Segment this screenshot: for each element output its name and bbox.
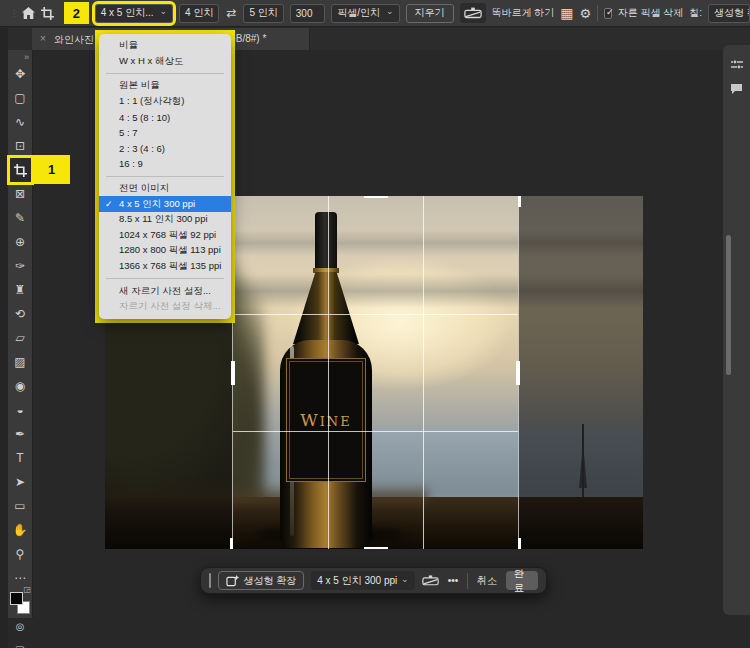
- crop-preset-menu: 비율 W x H x 해상도 원본 비율: [99, 34, 231, 319]
- healing-brush-tool[interactable]: ⊕: [10, 230, 31, 254]
- pen-tool[interactable]: ✒: [10, 422, 31, 446]
- scrollbar-thumb[interactable]: [726, 235, 731, 375]
- taskbar-preset-dropdown[interactable]: 4 x 5 인치 300 ppi⌄: [311, 571, 414, 590]
- home-icon[interactable]: [22, 7, 35, 19]
- hand-tool[interactable]: ✋: [10, 518, 31, 542]
- path-select-tool[interactable]: ➤: [10, 470, 31, 494]
- fill-mode-dropdown[interactable]: 생성형 확장: [708, 4, 750, 23]
- fill-label: 칠:: [689, 6, 702, 20]
- clone-stamp-tool[interactable]: ♜: [10, 278, 31, 302]
- menu-item[interactable]: 8.5 x 11 인치 300 ppi: [99, 212, 231, 228]
- type-tool[interactable]: T: [10, 446, 31, 470]
- marquee-tool[interactable]: ▢: [10, 86, 31, 110]
- menu-item[interactable]: 1 : 1 (정사각형): [99, 94, 231, 110]
- straighten-button[interactable]: [460, 3, 486, 23]
- panel-grip: ⋮⋮: [10, 9, 16, 18]
- chevron-down-icon: ⌄: [380, 6, 394, 16]
- zoom-tool[interactable]: ⚲: [10, 542, 31, 566]
- crop-width-input[interactable]: 4 인치: [179, 4, 219, 23]
- more-options-button[interactable]: •••: [446, 575, 461, 586]
- resolution-input[interactable]: 300: [290, 4, 325, 23]
- brush-tool[interactable]: ✑: [10, 254, 31, 278]
- crop-handle-left[interactable]: [231, 361, 235, 385]
- foreground-color[interactable]: [10, 592, 23, 605]
- crop-tool[interactable]: [10, 158, 31, 182]
- done-button[interactable]: 완료: [506, 571, 538, 590]
- crop-handle-bottom-right[interactable]: [507, 538, 521, 549]
- menu-item[interactable]: W x H x 해상도: [99, 54, 231, 70]
- clear-button[interactable]: 지우기: [406, 4, 454, 23]
- color-chips[interactable]: ◲: [10, 592, 30, 614]
- gradient-tool[interactable]: ▨: [10, 350, 31, 374]
- chevron-down-icon: ⌄: [401, 574, 409, 584]
- quick-mask-icon[interactable]: ◎: [10, 614, 31, 638]
- lasso-tool[interactable]: ∿: [10, 110, 31, 134]
- contextual-task-bar: 생성형 확장 4 x 5 인치 300 ppi⌄ ••• 취소 완료: [200, 567, 547, 594]
- menu-item[interactable]: 비율: [99, 38, 231, 54]
- menu-item[interactable]: 1024 x 768 픽셀 92 ppi: [99, 228, 231, 244]
- menu-item[interactable]: [99, 69, 231, 78]
- menu-item[interactable]: 전면 이미지: [99, 181, 231, 197]
- menu-item[interactable]: 원본 비율: [99, 78, 231, 94]
- close-tab-icon[interactable]: ×: [40, 33, 46, 44]
- eyedropper-tool[interactable]: ✎: [10, 206, 31, 230]
- taskbar-drag-handle[interactable]: [209, 573, 211, 588]
- crop-preset-dropdown[interactable]: 4 x 5 인치...⌄: [95, 4, 173, 23]
- crop-preset-menu-highlight: 비율 W x H x 해상도 원본 비율: [95, 30, 235, 323]
- crop-handle-top-right[interactable]: [507, 196, 521, 207]
- menu-item[interactable]: [99, 274, 231, 283]
- chevron-down-icon: ⌄: [154, 6, 168, 16]
- generative-expand-button[interactable]: 생성형 확장: [218, 571, 304, 590]
- check-icon: ✓: [105, 199, 117, 209]
- delete-cropped-pixels-label: 자른 픽셀 삭제: [618, 6, 684, 20]
- swap-dimensions-icon[interactable]: ⇄: [225, 7, 237, 19]
- shape-tool[interactable]: ▭: [10, 494, 31, 518]
- frame-tool[interactable]: ⊠: [10, 182, 31, 206]
- menu-item[interactable]: 1280 x 800 픽셀 113 ppi: [99, 243, 231, 259]
- crop-handle-top[interactable]: [364, 196, 388, 198]
- left-edge-strip: [0, 28, 8, 648]
- menu-item[interactable]: 16 : 9: [99, 156, 231, 172]
- blur-tool[interactable]: ◉: [10, 374, 31, 398]
- menu-item[interactable]: ✓ 4 x 5 인치 300 ppi: [99, 196, 231, 212]
- crop-handle-right[interactable]: [516, 361, 520, 385]
- straighten-icon-button[interactable]: [422, 575, 439, 586]
- menu-item[interactable]: 자르기 사전 설정 삭제...: [99, 299, 231, 315]
- level-icon: [464, 7, 482, 19]
- crop-handle-bottom-left[interactable]: [230, 538, 244, 549]
- menu-item[interactable]: 2 : 3 (4 : 6): [99, 141, 231, 157]
- crop-handle-bottom[interactable]: [364, 547, 388, 549]
- object-selection-tool[interactable]: ⊡: [10, 134, 31, 158]
- menu-item[interactable]: 새 자르기 사전 설정...: [99, 283, 231, 299]
- history-brush-tool[interactable]: ⟲: [10, 302, 31, 326]
- photoshop-window: ⋮⋮ 2 4 x 5 인치...⌄ 4 인치 ⇄ 5 인치 300 픽셀/인치⌄…: [0, 0, 750, 648]
- right-panel: [723, 45, 750, 615]
- generative-expand-icon: [226, 575, 239, 587]
- screen-mode-icon[interactable]: ❏: [10, 638, 31, 648]
- crop-box[interactable]: [233, 196, 518, 549]
- menu-item[interactable]: [99, 172, 231, 181]
- collapse-toolbar-icon[interactable]: »: [24, 52, 32, 62]
- cancel-button[interactable]: 취소: [475, 574, 499, 588]
- menu-item[interactable]: 4 : 5 (8 : 10): [99, 109, 231, 125]
- eraser-tool[interactable]: ▱: [10, 326, 31, 350]
- menu-item[interactable]: 5 : 7: [99, 125, 231, 141]
- default-colors-icon[interactable]: ◲: [23, 585, 31, 594]
- dodge-tool[interactable]: ◒: [10, 398, 31, 422]
- delete-cropped-pixels-checkbox[interactable]: [604, 8, 612, 19]
- straighten-label: 똑바르게 하기: [492, 6, 555, 20]
- resolution-unit-dropdown[interactable]: 픽셀/인치⌄: [331, 4, 399, 23]
- overlay-grid-icon[interactable]: ▦: [560, 6, 573, 20]
- menu-item[interactable]: 1366 x 768 픽셀 135 ppi: [99, 259, 231, 275]
- crop-height-input[interactable]: 5 인치: [243, 4, 283, 23]
- rule-of-thirds-line: [328, 196, 329, 549]
- move-tool[interactable]: ✥: [10, 62, 31, 86]
- rule-of-thirds-line: [233, 314, 518, 315]
- comments-icon[interactable]: [723, 77, 750, 101]
- tools-panel: » ✥ ▢ ∿ ⊡ ⊠ ✎ ⊕ ✑ ♜ ⟲: [8, 50, 33, 618]
- tool-list: ✥ ▢ ∿ ⊡ ⊠ ✎ ⊕ ✑ ♜ ⟲ ▱: [10, 62, 31, 590]
- properties-icon[interactable]: [723, 53, 750, 77]
- crop-shield-right: [518, 196, 643, 549]
- crop-settings-gear-icon[interactable]: ⚙: [580, 7, 592, 20]
- separator: [467, 573, 468, 589]
